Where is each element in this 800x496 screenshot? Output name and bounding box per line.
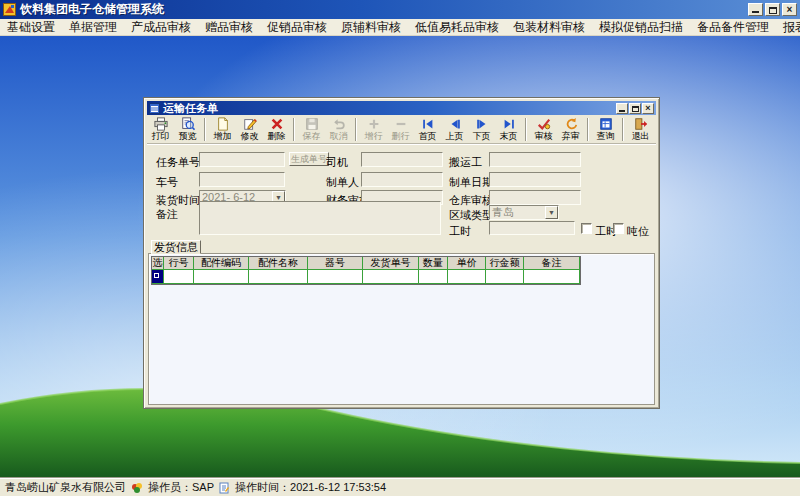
hours-checkbox[interactable] [581, 223, 592, 234]
toolbar-exit-button[interactable]: 退出 [627, 116, 654, 143]
region-type-combo[interactable]: 青岛 ▼ [489, 205, 559, 220]
tab-shipping-info[interactable]: 发货信息 [151, 240, 201, 254]
toolbar-button-label: 删除 [268, 131, 286, 141]
menu-item-raw-material-audit[interactable]: 原辅料审核 [334, 18, 408, 37]
menu-item-simulated-promo-scan[interactable]: 模拟促销品扫描 [592, 18, 690, 37]
shipping-info-panel: 选行号配件编码配件名称器号发货单号数量单价行金额备注 [148, 253, 655, 405]
toolbar-first-page-button[interactable]: 首页 [414, 116, 441, 143]
tonnage-checkbox-label: 吨位 [627, 224, 649, 239]
grid-header-cell: 行金额 [486, 257, 524, 270]
table-row[interactable] [152, 270, 580, 284]
warehouse-audit-input[interactable] [489, 190, 581, 205]
toolbar-audit-button[interactable]: 审核 [530, 116, 557, 143]
dialog-minimize-button[interactable] [616, 103, 628, 114]
toolbar-last-page-button[interactable]: 末页 [495, 116, 522, 143]
toolbar-button-label: 查询 [597, 131, 615, 141]
chevron-down-icon[interactable]: ▼ [545, 206, 558, 219]
last-page-icon [502, 117, 516, 131]
menu-item-promo-item-audit[interactable]: 促销品审核 [260, 18, 334, 37]
delete-icon [270, 117, 284, 131]
close-button[interactable]: × [782, 3, 797, 16]
dialog-close-button[interactable]: × [642, 103, 654, 114]
dialog-toolbar: 打印预览增加修改删除保存取消增行删行首页上页下页末页审核弃审查询退出 [147, 116, 656, 144]
toolbar-save-button: 保存 [298, 116, 325, 143]
maximize-button[interactable] [765, 3, 780, 16]
grid-header-cell: 选 [152, 257, 164, 270]
grid-cell[interactable] [419, 270, 448, 284]
add-doc-icon [216, 117, 230, 131]
grid-cell[interactable] [486, 270, 524, 284]
menu-item-basic-settings[interactable]: 基础设置 [0, 18, 62, 37]
toolbar-button-label: 增加 [214, 131, 232, 141]
creator-input[interactable] [361, 172, 443, 187]
dialog-title-bar: 运输任务单 × [147, 101, 656, 115]
remark-textarea[interactable] [199, 201, 441, 235]
grid-cell[interactable] [249, 270, 308, 284]
task-form: 任务单号 生成单号 司机 搬运工 车号 制单人 制单日期 装货时间 2021- [147, 144, 656, 241]
grid-cell[interactable] [363, 270, 419, 284]
save-icon [305, 117, 319, 131]
toolbar-cancel-button: 取消 [325, 116, 352, 143]
porter-input[interactable] [489, 152, 581, 167]
grid-cell[interactable] [448, 270, 486, 284]
row-selector-cell[interactable] [152, 270, 164, 284]
exit-icon [634, 117, 648, 131]
menu-item-spare-parts-management[interactable]: 备品备件管理 [690, 18, 776, 37]
menu-item-finished-product-audit[interactable]: 产成品审核 [124, 18, 198, 37]
toolbar-button-label: 下页 [473, 131, 491, 141]
main-title-bar: 饮料集团电子仓储管理系统 × [0, 0, 800, 19]
toolbar-separator [525, 118, 527, 141]
menu-item-document-management[interactable]: 单据管理 [62, 18, 124, 37]
toolbar-next-page-button[interactable]: 下页 [468, 116, 495, 143]
minimize-button[interactable] [748, 3, 763, 16]
grid-cell[interactable] [524, 270, 580, 284]
audit-icon [537, 117, 551, 131]
driver-input[interactable] [361, 152, 443, 167]
grid-cell[interactable] [308, 270, 363, 284]
toolbar-delete-button[interactable]: 删除 [263, 116, 290, 143]
toolbar-print-button[interactable]: 打印 [147, 116, 174, 143]
warehouse-audit-label: 仓库审核 [449, 193, 493, 208]
dialog-icon [149, 103, 160, 114]
toolbar-button-label: 打印 [152, 131, 170, 141]
dialog-maximize-button[interactable] [629, 103, 641, 114]
task-no-label: 任务单号 [156, 155, 200, 170]
task-no-input[interactable] [199, 152, 285, 167]
tonnage-checkbox[interactable] [613, 223, 624, 234]
menu-bar: 基础设置单据管理产成品审核赠品审核促销品审核原辅料审核低值易耗品审核包装材料审核… [0, 19, 800, 36]
preview-icon [181, 117, 195, 131]
toolbar-query-button[interactable]: 查询 [592, 116, 619, 143]
toolbar-preview-button[interactable]: 预览 [174, 116, 201, 143]
generate-no-button[interactable]: 生成单号 [289, 152, 329, 166]
work-hours-input[interactable] [489, 221, 575, 235]
toolbar-prev-page-button[interactable]: 上页 [441, 116, 468, 143]
create-date-input[interactable] [489, 172, 581, 187]
vehicle-no-input[interactable] [199, 172, 285, 187]
toolbar-add-button[interactable]: 增加 [209, 116, 236, 143]
add-row-icon [367, 117, 381, 131]
menu-item-packaging-material-audit[interactable]: 包装材料审核 [506, 18, 592, 37]
toolbar-unaudit-button[interactable]: 弃审 [557, 116, 584, 143]
operation-time-text: 操作时间：2021-6-12 17:53:54 [235, 480, 386, 495]
operator-icon [131, 482, 143, 494]
vehicle-no-label: 车号 [156, 175, 178, 190]
app-title: 饮料集团电子仓储管理系统 [20, 1, 164, 18]
menu-item-low-value-consumable-audit[interactable]: 低值易耗品审核 [408, 18, 506, 37]
unaudit-icon [564, 117, 578, 131]
grid-cell[interactable] [194, 270, 249, 284]
toolbar-separator [355, 118, 357, 141]
toolbar-modify-button[interactable]: 修改 [236, 116, 263, 143]
menu-item-report-query[interactable]: 报表查询 [776, 18, 800, 37]
transport-task-dialog: 运输任务单 × 打印预览增加修改删除保存取消增行删行首页上页下页末页审核弃审查询… [143, 97, 660, 409]
next-page-icon [475, 117, 489, 131]
toolbar-button-label: 修改 [241, 131, 259, 141]
load-time-label: 装货时间 [156, 193, 200, 208]
menu-item-gift-audit[interactable]: 赠品审核 [198, 18, 260, 37]
toolbar-button-label: 退出 [632, 131, 650, 141]
undo-icon [332, 117, 346, 131]
grid-cell[interactable] [164, 270, 194, 284]
porter-label: 搬运工 [449, 155, 482, 170]
grid-header-cell: 配件名称 [249, 257, 308, 270]
toolbar-delete-row-button: 删行 [387, 116, 414, 143]
app-icon [3, 3, 16, 16]
